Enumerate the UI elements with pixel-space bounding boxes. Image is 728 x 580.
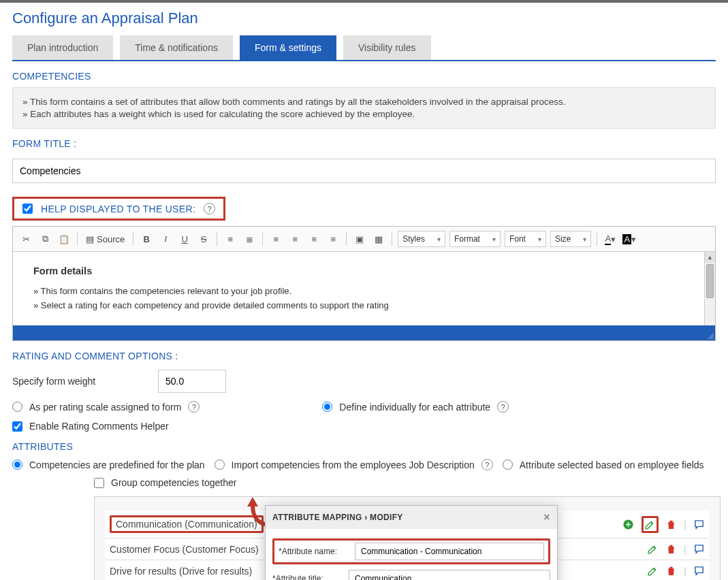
help-displayed-checkbox[interactable] [22, 204, 33, 214]
radio-per-scale[interactable] [12, 402, 22, 412]
enable-helper-checkbox[interactable] [12, 421, 22, 432]
image-icon[interactable]: ▣ [352, 231, 367, 246]
align-right-icon[interactable]: ≡ [306, 231, 321, 246]
competencies-heading: COMPETENCIES [12, 71, 716, 82]
comment-icon[interactable] [693, 543, 705, 555]
modal-attr-name-input[interactable] [355, 543, 544, 560]
font-select[interactable]: Font [505, 231, 546, 247]
add-icon[interactable] [622, 519, 634, 530]
radio-per-scale-label: As per rating scale assigned to form [29, 402, 181, 413]
attr-name-highlight: Communication (Communication) [110, 515, 264, 533]
underline-icon[interactable]: U [177, 231, 192, 246]
help-icon[interactable]: ? [204, 203, 215, 214]
edit-icon[interactable] [644, 519, 656, 530]
form-weight-input[interactable] [158, 370, 226, 393]
help-icon[interactable]: ? [481, 459, 493, 470]
group-competencies-label: Group competencies together [111, 477, 236, 488]
page-title: Configure an Appraisal Plan [12, 3, 716, 35]
styles-select[interactable]: Styles [398, 231, 445, 247]
numbered-list-icon[interactable]: ≡ [223, 231, 238, 246]
editor-body-title: Form details [33, 265, 695, 276]
size-select[interactable]: Size [550, 231, 591, 247]
align-center-icon[interactable]: ≡ [287, 231, 302, 246]
radio-selected[interactable] [503, 460, 513, 470]
help-icon[interactable]: ? [497, 401, 509, 413]
comment-icon[interactable] [693, 565, 705, 577]
tab-form-settings[interactable]: Form & settings [240, 35, 336, 60]
help-displayed-label: HELP DISPLAYED TO THE USER: [41, 204, 195, 214]
radio-import[interactable] [215, 460, 225, 470]
form-title-label: FORM TITLE : [12, 138, 716, 149]
close-icon[interactable]: × [543, 511, 550, 523]
modal-title: ATTRIBUTE MAPPING › MODIFY [272, 513, 403, 522]
table-icon[interactable]: ▦ [371, 231, 386, 246]
cut-icon[interactable]: ✂ [18, 231, 33, 246]
radio-predefined-label: Competencies are predefined for the plan [29, 460, 205, 470]
competencies-help-line2: » Each attributes has a weight which is … [22, 109, 706, 119]
radio-import-label: Import competencies from the employees J… [232, 460, 475, 470]
bullet-list-icon[interactable]: ≣ [242, 231, 257, 246]
form-title-input[interactable] [12, 159, 716, 183]
help-displayed-highlight: HELP DISPLAYED TO THE USER: ? [12, 197, 225, 221]
tab-plan-introduction[interactable]: Plan introduction [12, 35, 113, 60]
competencies-help-box: » This form contains a set of attributes… [12, 87, 716, 129]
delete-icon[interactable] [665, 565, 677, 577]
modal-attr-title-input[interactable] [349, 570, 550, 580]
scroll-thumb[interactable] [706, 264, 714, 298]
scroll-up-icon[interactable]: ▲ [705, 252, 715, 263]
delete-icon[interactable] [665, 543, 677, 555]
modal-attr-name-label: *Attribute name: [279, 547, 347, 556]
help-icon[interactable]: ? [188, 401, 200, 413]
paste-icon[interactable]: 📋 [57, 231, 72, 246]
text-color-icon[interactable]: A▾ [603, 231, 618, 246]
radio-individual[interactable] [322, 402, 332, 412]
rating-options-heading: RATING AND COMMENT OPTIONS : [12, 351, 716, 361]
enable-helper-label: Enable Rating Comments Helper [29, 421, 169, 432]
radio-individual-label: Define individually for each attribute [339, 402, 490, 413]
delete-icon[interactable] [665, 519, 677, 530]
tab-bar: Plan introduction Time & notifications F… [12, 35, 716, 61]
competencies-help-line1: » This form contains a set of attributes… [22, 97, 706, 107]
radio-predefined[interactable] [12, 460, 22, 470]
form-weight-label: Specify form weight [12, 376, 148, 387]
align-justify-icon[interactable]: ≡ [326, 231, 341, 246]
group-competencies-checkbox[interactable] [94, 478, 104, 488]
italic-icon[interactable]: I [158, 231, 173, 246]
editor-toolbar: ✂ ⧉ 📋 ▤ Source B I U S ≡ ≣ ≡ ≡ ≡ ≡ ▣ ▦ S… [13, 227, 715, 252]
edit-highlight [642, 516, 659, 533]
attribute-mapping-modal: ATTRIBUTE MAPPING › MODIFY × *Attribute … [265, 505, 558, 580]
editor-resize-handle[interactable] [13, 325, 715, 340]
copy-icon[interactable]: ⧉ [37, 231, 52, 246]
tab-visibility-rules[interactable]: Visibility rules [343, 35, 431, 60]
attributes-heading: ATTRIBUTES [12, 441, 716, 452]
strike-icon[interactable]: S [196, 231, 211, 246]
comment-icon[interactable] [693, 519, 705, 530]
editor-scrollbar[interactable]: ▲ [704, 252, 715, 325]
radio-selected-label: Attribute selected based on employee fie… [520, 460, 704, 470]
edit-icon[interactable] [647, 565, 659, 577]
editor-body[interactable]: Form details » This form contains the co… [13, 252, 715, 325]
source-button[interactable]: ▤ Source [83, 234, 127, 244]
attributes-table: Communication (Communication) 25.0 | Cus… [94, 496, 721, 580]
align-left-icon[interactable]: ≡ [268, 231, 283, 246]
bg-color-icon[interactable]: A▾ [622, 231, 637, 246]
editor-body-line2: » Select a rating for each competency an… [33, 300, 695, 310]
editor-body-line1: » This form contains the competencies re… [33, 286, 695, 296]
rich-text-editor: ✂ ⧉ 📋 ▤ Source B I U S ≡ ≣ ≡ ≡ ≡ ≡ ▣ ▦ S… [12, 226, 716, 341]
format-select[interactable]: Format [449, 231, 501, 247]
bold-icon[interactable]: B [139, 231, 154, 246]
edit-icon[interactable] [647, 543, 659, 555]
modal-attr-title-label: *Attribute title: [272, 574, 341, 580]
tab-time-notifications[interactable]: Time & notifications [120, 35, 233, 60]
